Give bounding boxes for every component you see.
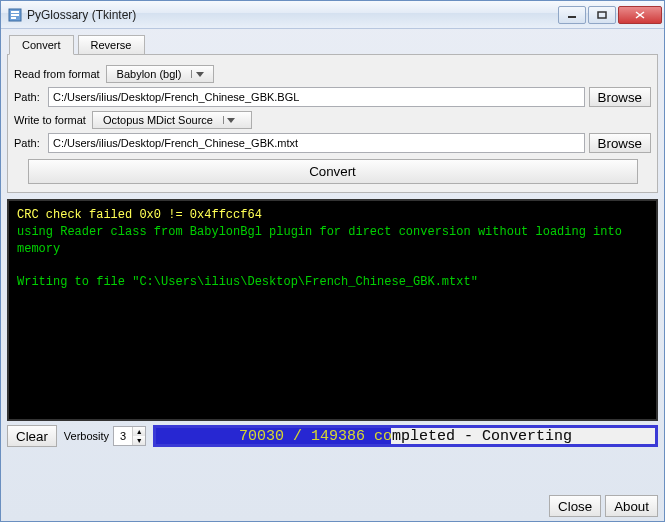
read-path-input[interactable] [48,87,585,107]
console-line: using Reader class from BabylonBgl plugi… [17,225,629,256]
tab-panel-convert: Read from format Babylon (bgl) Path: Bro… [7,54,658,193]
stepper-up-icon[interactable]: ▲ [133,427,145,436]
write-format-label: Write to format [14,114,86,126]
console-output: CRC check failed 0x0 != 0x4ffccf64 using… [7,199,658,421]
close-button[interactable]: Close [549,495,601,517]
svg-rect-5 [598,12,606,18]
chevron-down-icon [223,116,237,124]
content-area: Convert Reverse Read from format Babylon… [1,29,664,491]
clear-button[interactable]: Clear [7,425,57,447]
write-format-value: Octopus MDict Source [103,114,213,126]
window-title: PyGlossary (Tkinter) [27,8,558,22]
minimize-button[interactable] [558,6,586,24]
window-buttons [558,6,662,24]
stepper-down-icon[interactable]: ▼ [133,436,145,445]
read-format-value: Babylon (bgl) [117,68,182,80]
about-button[interactable]: About [605,495,658,517]
maximize-button[interactable] [588,6,616,24]
svg-rect-3 [11,17,16,19]
console-line: CRC check failed 0x0 != 0x4ffccf64 [17,208,262,222]
write-path-label: Path: [14,137,44,149]
verbosity-value[interactable] [114,430,132,442]
chevron-down-icon [191,70,205,78]
verbosity-label: Verbosity [64,430,109,442]
svg-rect-4 [568,16,576,18]
progress-bar: 70030 / 149386 completed - Converting [153,425,658,447]
tab-reverse[interactable]: Reverse [78,35,145,55]
progress-text: 70030 / 149386 completed - Converting [156,428,655,444]
tabs: Convert Reverse [7,33,658,55]
write-format-dropdown[interactable]: Octopus MDict Source [92,111,252,129]
write-browse-button[interactable]: Browse [589,133,651,153]
footer: Close About [1,491,664,521]
app-icon [7,7,23,23]
read-format-label: Read from format [14,68,100,80]
console-line: Writing to file "C:\Users\ilius\Desktop\… [17,275,478,289]
read-path-label: Path: [14,91,44,103]
verbosity-stepper[interactable]: ▲ ▼ [113,426,146,446]
bottom-bar: Clear Verbosity ▲ ▼ 70030 / 149386 compl… [7,425,658,447]
svg-rect-1 [11,11,19,13]
convert-button[interactable]: Convert [28,159,638,184]
app-window: PyGlossary (Tkinter) Convert Reverse Rea… [0,0,665,522]
close-window-button[interactable] [618,6,662,24]
tab-convert[interactable]: Convert [9,35,74,55]
read-browse-button[interactable]: Browse [589,87,651,107]
titlebar: PyGlossary (Tkinter) [1,1,664,29]
write-path-input[interactable] [48,133,585,153]
read-format-dropdown[interactable]: Babylon (bgl) [106,65,215,83]
svg-rect-2 [11,14,19,16]
